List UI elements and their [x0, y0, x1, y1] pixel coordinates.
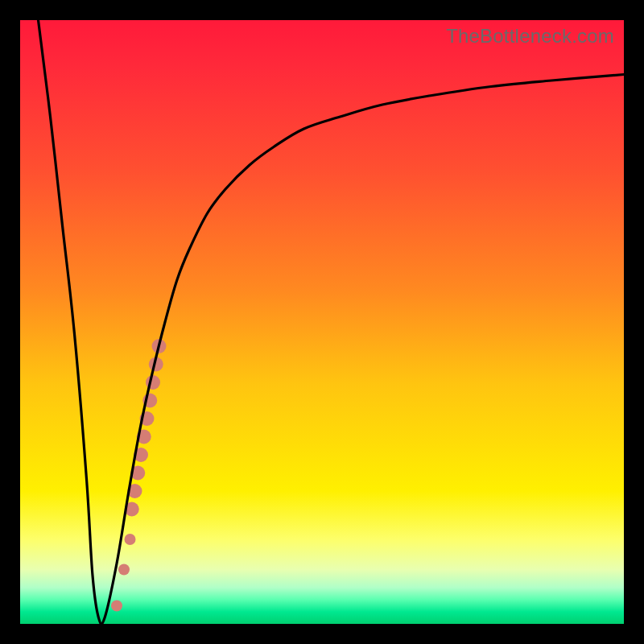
chart-frame: TheBottleneck.com	[0, 0, 644, 644]
main-curve	[39, 20, 625, 625]
highlight-markers	[111, 339, 167, 612]
highlight-dot	[111, 601, 122, 612]
highlight-dot	[125, 534, 136, 545]
highlight-dot	[118, 564, 130, 576]
curve-layer	[20, 20, 624, 624]
plot-area: TheBottleneck.com	[20, 20, 624, 624]
